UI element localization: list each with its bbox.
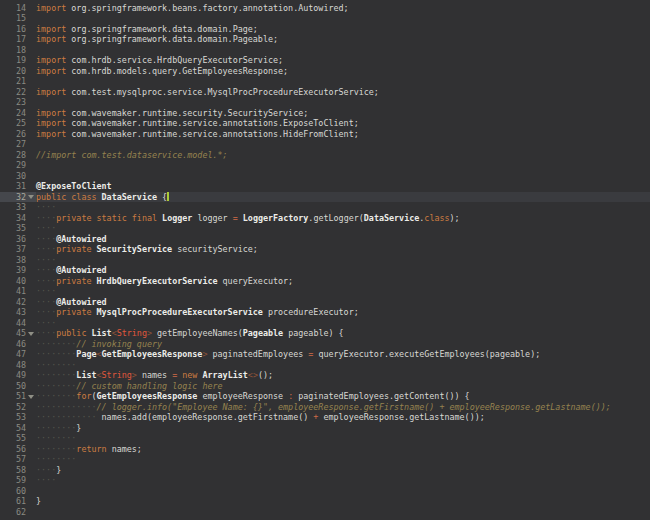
line-number[interactable]: 34: [0, 213, 26, 224]
code-line[interactable]: 32public class DataService {: [0, 192, 650, 203]
code-line[interactable]: 38····: [0, 255, 650, 266]
line-number[interactable]: 47: [0, 349, 26, 360]
code-line[interactable]: 59····: [0, 475, 650, 486]
code-editor[interactable]: 1314import org.springframework.beans.fac…: [0, 0, 650, 520]
code-line[interactable]: 61}: [0, 496, 650, 507]
line-number[interactable]: 54: [0, 423, 26, 434]
fold-arrow-icon[interactable]: [26, 328, 36, 339]
line-number[interactable]: 21: [0, 76, 26, 87]
code-line[interactable]: 17import org.springframework.data.domain…: [0, 34, 650, 45]
code-line[interactable]: 43····private MysqlProcProcedureExecutor…: [0, 307, 650, 318]
code-line[interactable]: 62: [0, 507, 650, 518]
code-line[interactable]: 21: [0, 76, 650, 87]
line-number[interactable]: 56: [0, 444, 26, 455]
line-number[interactable]: 58: [0, 465, 26, 476]
line-number[interactable]: 28: [0, 150, 26, 161]
fold-arrow-icon[interactable]: [26, 192, 36, 203]
line-number[interactable]: 15: [0, 13, 26, 24]
line-number[interactable]: 14: [0, 3, 26, 14]
line-number[interactable]: 33: [0, 202, 26, 213]
code-line[interactable]: 34····private static final Logger logger…: [0, 213, 650, 224]
code-line[interactable]: 36····@Autowired: [0, 234, 650, 245]
code-line[interactable]: 15: [0, 13, 650, 24]
code-line[interactable]: 55········: [0, 433, 650, 444]
code-line[interactable]: 46········// invoking query: [0, 339, 650, 350]
line-number[interactable]: 60: [0, 486, 26, 497]
code-line[interactable]: 30: [0, 171, 650, 182]
code-line[interactable]: 31@ExposeToClient: [0, 181, 650, 192]
line-number[interactable]: 53: [0, 412, 26, 423]
code-line[interactable]: 39····@Autowired: [0, 265, 650, 276]
code-line[interactable]: 40····private HrdbQueryExecutorService q…: [0, 276, 650, 287]
line-number[interactable]: 36: [0, 234, 26, 245]
code-line[interactable]: 52············// logger.info("Employee N…: [0, 402, 650, 413]
code-line[interactable]: 16import org.springframework.data.domain…: [0, 24, 650, 35]
line-number[interactable]: 35: [0, 223, 26, 234]
line-number[interactable]: 22: [0, 87, 26, 98]
line-number[interactable]: 42: [0, 297, 26, 308]
code-line[interactable]: 56········return names;: [0, 444, 650, 455]
line-number[interactable]: 57: [0, 454, 26, 465]
code-line[interactable]: 35····: [0, 223, 650, 234]
line-number[interactable]: 30: [0, 171, 26, 182]
code-line[interactable]: 24import com.wavemaker.runtime.security.…: [0, 108, 650, 119]
code-line[interactable]: 57········: [0, 454, 650, 465]
code-line[interactable]: 44····: [0, 318, 650, 329]
code-line[interactable]: 18: [0, 45, 650, 56]
line-number[interactable]: 24: [0, 108, 26, 119]
line-number[interactable]: 55: [0, 433, 26, 444]
line-number[interactable]: 17: [0, 34, 26, 45]
code-line[interactable]: 33····: [0, 202, 650, 213]
line-number[interactable]: 26: [0, 129, 26, 140]
code-line[interactable]: 60: [0, 486, 650, 497]
line-number[interactable]: 39: [0, 265, 26, 276]
line-number[interactable]: 31: [0, 181, 26, 192]
line-number[interactable]: 16: [0, 24, 26, 35]
line-number[interactable]: 41: [0, 286, 26, 297]
code-line[interactable]: 37····private SecurityService securitySe…: [0, 244, 650, 255]
line-number[interactable]: 62: [0, 507, 26, 518]
code-line[interactable]: 25import com.wavemaker.runtime.service.a…: [0, 118, 650, 129]
line-number[interactable]: 40: [0, 276, 26, 287]
code-line[interactable]: 53············ names.add(employeeRespons…: [0, 412, 650, 423]
line-number[interactable]: 29: [0, 160, 26, 171]
code-line[interactable]: 29: [0, 160, 650, 171]
line-number[interactable]: 23: [0, 97, 26, 108]
code-line[interactable]: 51········for(GetEmployeesResponse emplo…: [0, 391, 650, 402]
line-number[interactable]: 19: [0, 55, 26, 66]
line-number[interactable]: 44: [0, 318, 26, 329]
fold-arrow-icon[interactable]: [26, 391, 36, 402]
code-line[interactable]: 14import org.springframework.beans.facto…: [0, 3, 650, 14]
line-number[interactable]: 51: [0, 391, 26, 402]
code-line[interactable]: 45····public List<String> getEmployeeNam…: [0, 328, 650, 339]
line-number[interactable]: 46: [0, 339, 26, 350]
code-line[interactable]: 22import com.test.mysqlproc.service.Mysq…: [0, 87, 650, 98]
line-number[interactable]: 61: [0, 496, 26, 507]
code-line[interactable]: 48········: [0, 360, 650, 371]
code-line[interactable]: 58····}: [0, 465, 650, 476]
line-number[interactable]: 18: [0, 45, 26, 56]
code-line[interactable]: 54········}: [0, 423, 650, 434]
line-number[interactable]: 50: [0, 381, 26, 392]
line-number[interactable]: 32: [0, 192, 26, 203]
line-number[interactable]: 38: [0, 255, 26, 266]
line-number[interactable]: 20: [0, 66, 26, 77]
line-number[interactable]: 27: [0, 139, 26, 150]
line-number[interactable]: 37: [0, 244, 26, 255]
code-line[interactable]: 42····@Autowired: [0, 297, 650, 308]
code-line[interactable]: 27: [0, 139, 650, 150]
code-line[interactable]: 20import com.hrdb.models.query.GetEmploy…: [0, 66, 650, 77]
code-line[interactable]: 19import com.hrdb.service.HrdbQueryExecu…: [0, 55, 650, 66]
line-number[interactable]: 59: [0, 475, 26, 486]
line-number[interactable]: 49: [0, 370, 26, 381]
code-line[interactable]: 49········List<String> names = new Array…: [0, 370, 650, 381]
code-line[interactable]: 28//import com.test.dataservice.model.*;: [0, 150, 650, 161]
line-number[interactable]: 43: [0, 307, 26, 318]
line-number[interactable]: 25: [0, 118, 26, 129]
code-line[interactable]: 47········Page<GetEmployeesResponse> pag…: [0, 349, 650, 360]
code-line[interactable]: 26import com.wavemaker.runtime.service.a…: [0, 129, 650, 140]
code-line[interactable]: 23: [0, 97, 650, 108]
code-line[interactable]: 50········// custom handling logic here: [0, 381, 650, 392]
line-number[interactable]: 48: [0, 360, 26, 371]
line-number[interactable]: 52: [0, 402, 26, 413]
